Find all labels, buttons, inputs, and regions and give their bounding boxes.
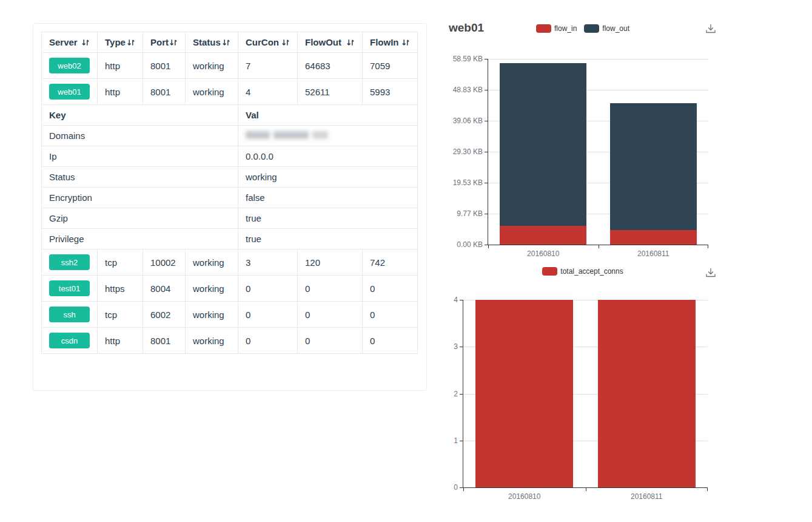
column-header-server[interactable]: Server	[42, 32, 98, 53]
y-axis-tick-label: 58.59 KB	[453, 55, 483, 63]
y-axis-tick-label: 0.00 KB	[457, 240, 483, 249]
cell-flowin: 7059	[363, 53, 418, 79]
table-row-web01: web01 http 8001 working 4 52611 5993	[42, 79, 418, 105]
chart-legend: flow_in flow_out	[443, 24, 723, 33]
download-icon	[705, 267, 717, 279]
column-header-port[interactable]: Port	[143, 32, 186, 53]
download-icon	[705, 23, 717, 35]
y-axis-tick-label: 2	[454, 390, 458, 398]
legend-item-flow-in[interactable]: flow_in	[536, 24, 577, 33]
cell-flowout: 0	[298, 276, 363, 302]
cell-flowout: 0	[298, 302, 363, 328]
cell-flowout: 0	[298, 328, 363, 354]
cell-status: working	[186, 79, 238, 105]
sort-icon[interactable]	[81, 38, 90, 47]
kv-row-gzip: Gzip true	[42, 208, 418, 229]
cell-flowout: 52611	[298, 79, 363, 105]
column-header-label: CurCon	[246, 37, 279, 47]
x-axis-label: 20160811	[586, 492, 708, 501]
column-header-label: FlowIn	[370, 37, 399, 47]
kv-row-ip: Ip 0.0.0.0	[42, 146, 418, 167]
column-header-flowin[interactable]: FlowIn	[363, 32, 418, 53]
bar-segment-flow_in[interactable]	[610, 230, 697, 245]
x-axis-label: 20160811	[599, 249, 709, 258]
server-badge[interactable]: ssh	[49, 307, 90, 322]
cell-curcon: 0	[238, 276, 298, 302]
sort-icon[interactable]	[346, 38, 355, 47]
kv-header-val: Val	[238, 105, 418, 126]
cell-curcon: 0	[238, 302, 298, 328]
server-badge[interactable]: test01	[49, 280, 90, 296]
bar-segment-flow_out[interactable]	[610, 103, 697, 230]
cell-type: http	[98, 53, 143, 79]
y-axis-tick-label: 39.06 KB	[453, 117, 483, 125]
cell-port: 8004	[143, 276, 186, 302]
x-axis-tick	[599, 245, 599, 248]
x-axis-tick	[707, 488, 708, 491]
cell-curcon: 7	[238, 53, 298, 79]
cell-flowin: 5993	[363, 79, 418, 105]
bar-segment-total_accept_conns[interactable]	[475, 300, 573, 487]
legend-item-flow-out[interactable]: flow_out	[584, 24, 629, 33]
server-badge[interactable]: ssh2	[49, 254, 90, 270]
server-badge[interactable]: web01	[49, 84, 90, 100]
cell-port: 8001	[143, 53, 186, 79]
cell-port: 10002	[143, 249, 186, 276]
kv-value: false	[238, 188, 418, 208]
server-badge[interactable]: csdn	[49, 333, 90, 348]
kv-header-key: Key	[42, 105, 238, 126]
y-axis-tick-label: 1	[454, 436, 458, 445]
sort-icon[interactable]	[127, 38, 135, 47]
redacted-domain-value	[246, 131, 328, 139]
sort-icon[interactable]	[281, 38, 290, 47]
bar-segment-flow_out[interactable]	[500, 63, 586, 226]
column-header-label: Server	[49, 37, 78, 47]
cell-port: 6002	[143, 302, 186, 328]
sort-icon[interactable]	[169, 38, 178, 47]
y-axis-line	[463, 300, 463, 487]
y-axis-tick-label: 0	[454, 483, 458, 492]
kv-value: 0.0.0.0	[238, 146, 418, 167]
plot-area: 012342016081020160811	[463, 300, 708, 487]
save-as-image-button[interactable]	[705, 23, 717, 35]
y-axis-tick-label: 48.83 KB	[453, 86, 483, 94]
table-row-web02: web02 http 8001 working 7 64683 7059	[42, 53, 418, 79]
flow-chart: web01 flow_in flow_out 0.00 KB9.77 KB19.…	[443, 15, 723, 257]
column-header-label: FlowOut	[305, 37, 341, 47]
sort-icon[interactable]	[222, 38, 230, 47]
column-header-status[interactable]: Status	[186, 32, 238, 53]
bar-segment-total_accept_conns[interactable]	[598, 300, 696, 487]
server-status-table: Server Type Port Status CurCon FlowOut F…	[41, 32, 418, 354]
cell-port: 8001	[143, 79, 186, 105]
legend-label: flow_out	[602, 24, 629, 33]
connections-chart: total_accept_conns 012342016081020160811	[443, 260, 723, 506]
cell-status: working	[186, 328, 238, 354]
sort-icon[interactable]	[401, 38, 410, 47]
cell-curcon: 3	[238, 249, 298, 276]
bar-segment-flow_in[interactable]	[500, 226, 586, 245]
cell-type: https	[98, 276, 143, 302]
cell-type: http	[98, 328, 143, 354]
save-as-image-button[interactable]	[705, 267, 717, 279]
legend-label: flow_in	[554, 24, 577, 33]
x-axis-tick	[586, 488, 586, 491]
kv-value	[238, 126, 418, 146]
cell-flowin: 0	[363, 302, 418, 328]
kv-value: true	[238, 229, 418, 249]
kv-header-row: Key Val	[42, 105, 418, 126]
table-row-csdn: csdn http 8001 working 0 0 0	[42, 328, 418, 354]
column-header-flowout[interactable]: FlowOut	[298, 32, 363, 53]
column-header-type[interactable]: Type	[98, 32, 143, 53]
kv-value: true	[238, 208, 418, 229]
table-row-ssh2: ssh2 tcp 10002 working 3 120 742	[42, 249, 418, 276]
cell-type: tcp	[98, 249, 143, 276]
kv-row-status: Status working	[42, 167, 418, 188]
server-badge[interactable]: web02	[49, 58, 90, 73]
cell-type: http	[98, 79, 143, 105]
legend-label: total_accept_conns	[560, 267, 623, 276]
server-table-card: Server Type Port Status CurCon FlowOut F…	[33, 23, 427, 391]
legend-item-total-accept-conns[interactable]: total_accept_conns	[542, 267, 623, 276]
cell-status: working	[186, 276, 238, 302]
kv-row-encryption: Encryption false	[42, 188, 418, 208]
column-header-curcon[interactable]: CurCon	[238, 32, 298, 53]
